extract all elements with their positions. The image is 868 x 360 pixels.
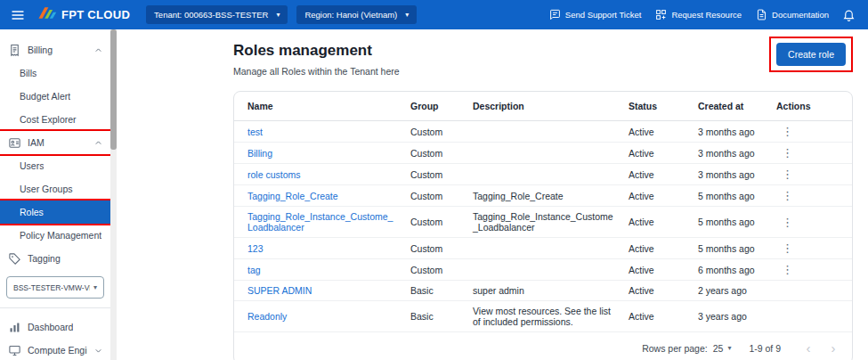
billing-icon: [7, 44, 21, 57]
role-name-cell: Readonly: [234, 301, 403, 332]
sidebar-item-dashboard[interactable]: Dashboard: [0, 315, 110, 339]
header-links: Send Support TicketRequest ResourceDocum…: [549, 9, 829, 20]
sidebar-item-cost-explorer[interactable]: Cost Explorer: [0, 108, 110, 131]
rows-per-page-value: 25: [713, 343, 724, 354]
table-row-billing: BillingCustomActive3 months ago⋮: [234, 143, 852, 164]
pagination-prev-button[interactable]: ‹: [799, 340, 818, 356]
column-header-group: Group: [403, 92, 466, 121]
chevron-down-icon: ▾: [90, 283, 97, 291]
role-name-link[interactable]: Readonly: [247, 311, 287, 322]
role-group: Custom: [403, 121, 466, 143]
notifications-bell[interactable]: [838, 4, 859, 26]
chevron-down-icon: ▾: [727, 344, 731, 352]
sidebar-item-users[interactable]: Users: [0, 154, 110, 177]
request-resource-icon: [655, 9, 667, 20]
role-name-cell: Tagging_Role_Create: [234, 185, 403, 207]
role-name-link[interactable]: Billing: [247, 148, 272, 159]
role-created-at: 2 years ago: [691, 281, 769, 301]
rows-per-page-select[interactable]: 25 ▾: [713, 343, 732, 354]
vpc-selector-value: BSS-TESTER-VMW-VPC-BI...: [13, 283, 90, 292]
row-actions-menu-button[interactable]: ⋮: [776, 264, 799, 275]
top-link-request-resource[interactable]: Request Resource: [655, 9, 742, 20]
sidebar-item-budget-alert[interactable]: Budget Alert: [0, 85, 110, 108]
role-description: [466, 164, 621, 185]
sidebar-item-billing[interactable]: Billing: [0, 38, 110, 61]
sidebar-item-roles[interactable]: Roles: [0, 200, 110, 224]
role-group: Custom: [403, 164, 466, 185]
chevron-up-icon: [93, 45, 103, 55]
sidebar-scrollbar-thumb[interactable]: [110, 29, 117, 150]
top-link-send-support-ticket[interactable]: Send Support Ticket: [549, 9, 642, 20]
main-content: Roles management Manage all Roles within…: [117, 29, 868, 360]
column-header-description: Description: [466, 92, 621, 121]
role-status: Active: [621, 301, 691, 332]
row-actions-menu-button[interactable]: ⋮: [776, 168, 799, 180]
documentation-icon: [756, 9, 767, 20]
row-actions-menu-button[interactable]: ⋮: [776, 217, 799, 228]
role-description: super admin: [466, 281, 621, 301]
role-name-link[interactable]: tag: [247, 265, 261, 275]
table-row-tag: tagCustomActive6 months ago⋮: [234, 259, 852, 281]
row-actions-menu-button[interactable]: ⋮: [776, 190, 799, 201]
iam-icon: [7, 136, 21, 150]
role-name-link[interactable]: Tagging_Role_Instance_Custome_Loadbalanc…: [247, 211, 393, 233]
tag-icon: [7, 252, 21, 266]
region-selector[interactable]: Region: Hanoi (Vietnam) ▾: [296, 5, 417, 24]
role-group: Custom: [403, 238, 466, 259]
role-description: [466, 259, 621, 281]
row-actions-menu-button[interactable]: ⋮: [776, 126, 799, 137]
row-actions-menu-button[interactable]: ⋮: [776, 147, 799, 159]
role-actions-cell: ⋮: [769, 259, 852, 281]
hamburger-menu-button[interactable]: [7, 4, 28, 26]
sidebar-item-label: Billing: [28, 45, 53, 55]
role-name-link[interactable]: SUPER ADMIN: [247, 285, 312, 296]
roles-table-card: NameGroupDescriptionStatusCreated atActi…: [233, 91, 853, 360]
chevron-down-icon: [93, 346, 103, 356]
role-description: [466, 143, 621, 164]
top-bar: FPT CLOUD Tenant: 000663-BSS-TESTER ▾ Re…: [0, 0, 868, 29]
sidebar-scrollbar[interactable]: [110, 29, 117, 360]
sidebar-item-label: Dashboard: [28, 322, 73, 332]
role-status: Active: [621, 143, 691, 164]
vpc-selector[interactable]: BSS-TESTER-VMW-VPC-BI...▾: [6, 276, 104, 299]
role-actions-cell: [769, 281, 852, 301]
brand-name: FPT CLOUD: [61, 8, 130, 21]
role-actions-cell: [769, 301, 852, 332]
row-actions-menu-button[interactable]: ⋮: [776, 242, 799, 254]
sidebar-item-iam[interactable]: IAM: [0, 131, 110, 154]
compute-engine-icon: [7, 344, 21, 357]
content-container: Roles management Manage all Roles within…: [233, 29, 853, 360]
sidebar-item-tagging[interactable]: Tagging: [0, 247, 110, 270]
role-actions-cell: ⋮: [769, 143, 852, 164]
role-name-link[interactable]: test: [247, 127, 263, 137]
sidebar-item-user-groups[interactable]: User Groups: [0, 177, 110, 200]
role-status: Active: [621, 185, 691, 207]
role-description: [466, 238, 621, 259]
table-row-tagging-role-instance-custome-loadbalancer: Tagging_Role_Instance_Custome_Loadbalanc…: [234, 207, 852, 238]
role-name-link[interactable]: Tagging_Role_Create: [247, 191, 338, 201]
fpt-logo-icon: [37, 6, 57, 23]
pagination-next-button[interactable]: ›: [823, 340, 843, 356]
role-description: View most resources. See the list of inc…: [466, 301, 621, 332]
tenant-selector[interactable]: Tenant: 000663-BSS-TESTER ▾: [146, 5, 288, 24]
page-subtitle: Manage all Roles within the Tenant here: [233, 66, 400, 77]
chevron-down-icon: ▾: [276, 11, 280, 19]
sidebar-item-label: Policy Management: [20, 230, 101, 241]
sidebar-item-policy-management[interactable]: Policy Management: [0, 224, 110, 247]
role-name-cell: tag: [234, 259, 403, 281]
role-actions-cell: ⋮: [769, 207, 852, 238]
top-link-documentation[interactable]: Documentation: [756, 9, 829, 20]
role-description: Tagging_Role_Create: [466, 185, 621, 207]
sidebar-item-bills[interactable]: Bills: [0, 61, 110, 85]
role-name-link[interactable]: role customs: [247, 169, 301, 180]
column-header-name: Name: [234, 92, 403, 121]
create-role-button[interactable]: Create role: [776, 43, 846, 66]
role-name-cell: 123: [234, 238, 403, 259]
sidebar-item-compute-engine[interactable]: Compute Engine: [0, 339, 110, 360]
role-name-link[interactable]: 123: [247, 243, 264, 254]
rows-per-page-label: Rows per page:: [642, 343, 708, 354]
column-header-created-at: Created at: [691, 92, 769, 121]
chevron-down-icon: ▾: [405, 11, 409, 19]
sidebar-nav: BillingBillsBudget AlertCost ExplorerIAM…: [0, 29, 110, 360]
role-created-at: 3 months ago: [691, 143, 769, 164]
